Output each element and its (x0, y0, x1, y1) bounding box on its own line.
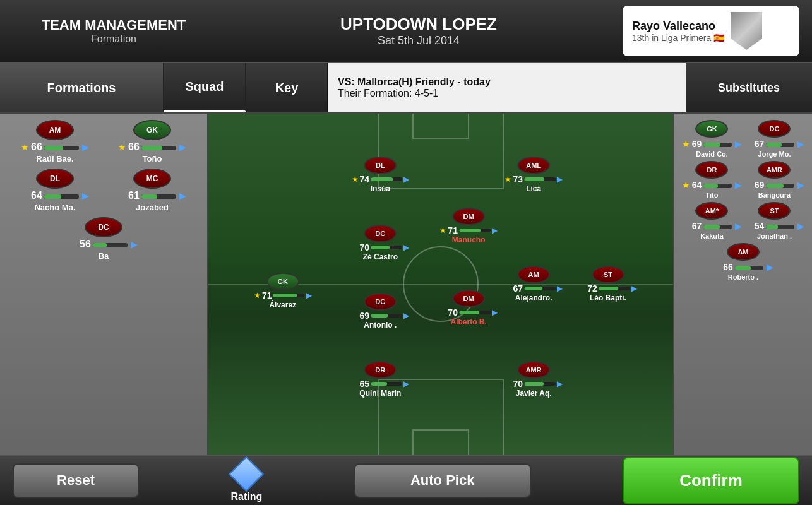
position-badge: AMR (517, 361, 550, 379)
list-item[interactable]: DR ★ 64 ▶ Tito (682, 161, 743, 199)
pitch-goal-bottom (412, 429, 469, 454)
rating-row: ★ 54 ▶ (744, 221, 805, 231)
rating-button[interactable]: Rating (230, 458, 262, 502)
progress-bar (703, 143, 732, 147)
header-club-card: Rayo Vallecano 13th in Liga Primera 🇪🇸 (623, 6, 799, 56)
header-subtitle: Formation (13, 33, 215, 45)
progress-fill (141, 194, 157, 199)
pitch-player-alvarez[interactable]: GK ★ 71 ▶ Álvarez (254, 273, 312, 309)
progress-bar (524, 287, 556, 290)
pitch-player-antonio[interactable]: DC ★ 69 ▶ Antonio . (352, 293, 410, 330)
progress-fill (735, 266, 751, 270)
star-icon: ★ (579, 284, 586, 293)
bottom-bar: Reset Rating Auto Pick Confirm (0, 454, 812, 505)
player-name: David Co. (696, 150, 728, 158)
left-row-2: DL ★ 64 ▶ Nacho Ma. MC ★ 61 ▶ Jozabed (6, 169, 201, 212)
player-name: Zé Castro (363, 252, 398, 261)
progress-bar (766, 184, 794, 188)
progress-fill (524, 382, 544, 386)
rating-num: 56 (80, 239, 91, 250)
match-vs: VS: Mallorca(H) Friendly - today (338, 76, 676, 88)
progress-fill (273, 294, 297, 297)
list-item[interactable]: ST ★ 54 ▶ Jonathan . (744, 202, 805, 240)
position-badge: GK (695, 120, 728, 138)
player-name: Toño (143, 154, 162, 163)
star-icon: ★ (118, 191, 126, 201)
list-item[interactable]: DL ★ 64 ▶ Nacho Ma. (21, 169, 89, 212)
list-item[interactable]: DC ★ 56 ▶ Ba (69, 217, 138, 261)
progress-fill (459, 311, 480, 314)
star-icon: ★ (505, 284, 511, 293)
rating-row: ★ 69 ▶ (744, 180, 805, 190)
player-name: Roberto . (728, 273, 758, 281)
pitch-player-lica[interactable]: AML ★ 73 ▶ Licá (505, 157, 563, 193)
pitch-player-zecastro[interactable]: DC ★ 70 ▶ Zé Castro (352, 225, 410, 261)
tab-substitutes[interactable]: Substitutes (686, 63, 812, 112)
player-name: Léo Bapti. (590, 294, 626, 302)
rating-label: Rating (230, 491, 262, 502)
position-badge: DL (364, 157, 397, 174)
player-name: Raúl Bae. (36, 154, 73, 163)
tab-formations[interactable]: Formations (0, 63, 164, 112)
pitch-player-manucho[interactable]: DM ★ 71 ▶ Manucho (439, 208, 498, 244)
rating-row: ★ 66 ▶ (713, 262, 773, 272)
progress-fill (703, 143, 720, 147)
progress-fill (766, 184, 784, 188)
arrow-icon: ▶ (403, 243, 409, 252)
arrow-icon: ▶ (797, 139, 804, 149)
rating-num: 66 (723, 262, 733, 272)
position-badge: AM (727, 243, 760, 261)
rating-num: 73 (513, 174, 523, 184)
list-item[interactable]: MC ★ 61 ▶ Jozabed (118, 169, 186, 212)
pitch-player-albertob[interactable]: DM ★ 70 ▶ Alberto B. (439, 290, 498, 326)
position-badge: ST (758, 202, 791, 220)
pitch-player-alejandro[interactable]: AM ★ 67 ▶ Alejandro. (505, 266, 563, 302)
progress-bar (273, 294, 305, 297)
star-icon: ★ (69, 239, 78, 249)
confirm-button[interactable]: Confirm (623, 457, 799, 504)
tab-squad[interactable]: Squad (164, 63, 246, 112)
tab-key[interactable]: Key (246, 63, 328, 112)
rating-row: ★ 71 ▶ (254, 290, 312, 300)
list-item[interactable]: GK ★ 69 ▶ David Co. (682, 120, 743, 158)
arrow-icon: ▶ (492, 308, 498, 317)
player-name: Jonathan . (757, 232, 792, 240)
player-name: Kakuta (700, 232, 724, 240)
arrow-icon: ▶ (557, 175, 563, 184)
position-badge: DC (85, 217, 122, 237)
autopick-button[interactable]: Auto Pick (354, 463, 531, 498)
star-icon: ★ (505, 379, 511, 388)
pitch-player-insua[interactable]: DL ★ 74 ▶ Insúa (352, 157, 410, 193)
reset-button[interactable]: Reset (13, 463, 139, 498)
header-title: TEAM MANAGEMENT (13, 17, 215, 33)
position-badge: GK (266, 273, 299, 290)
arrow-icon: ▶ (179, 191, 186, 201)
list-item[interactable]: AM ★ 66 ▶ Roberto . (713, 243, 773, 281)
list-item[interactable]: AM* ★ 67 ▶ Kakuta (682, 202, 743, 240)
progress-bar (371, 177, 402, 181)
pitch-goal-top (412, 114, 469, 139)
position-badge: AM (36, 120, 74, 140)
star-icon: ★ (744, 221, 753, 231)
player-name: Jozabed (136, 203, 169, 212)
rating-row: ★ 67 ▶ (682, 221, 743, 231)
rating-row: ★ 70 ▶ (505, 379, 563, 389)
pitch-player-leobapti[interactable]: ST ★ 72 ▶ Léo Bapti. (579, 266, 637, 302)
arrow-icon: ▶ (492, 226, 498, 235)
rating-num: 67 (692, 221, 702, 231)
list-item[interactable]: DC ★ 67 ▶ Jorge Mo. (744, 120, 805, 158)
arrow-icon: ▶ (797, 180, 804, 190)
pitch-player-javieraq[interactable]: AMR ★ 70 ▶ Javier Aq. (505, 361, 563, 398)
rating-num: 65 (360, 379, 370, 389)
rating-row: ★ 67 ▶ (744, 139, 805, 149)
rating-row: ★ 73 ▶ (505, 174, 563, 184)
progress-bar (766, 225, 794, 229)
list-item[interactable]: AMR ★ 69 ▶ Bangoura (744, 161, 805, 199)
list-item[interactable]: GK ★ 66 ▶ Toño (118, 120, 186, 163)
rating-row: ★ 70 ▶ (352, 242, 410, 252)
list-item[interactable]: AM ★ 66 ▶ Raúl Bae. (21, 120, 89, 163)
pitch-player-quinimarin[interactable]: DR ★ 65 ▶ Quini Marin (352, 361, 410, 398)
player-name: Bangoura (758, 191, 791, 199)
rating-row: ★ 66 ▶ (118, 141, 186, 153)
position-badge: DC (364, 225, 397, 242)
